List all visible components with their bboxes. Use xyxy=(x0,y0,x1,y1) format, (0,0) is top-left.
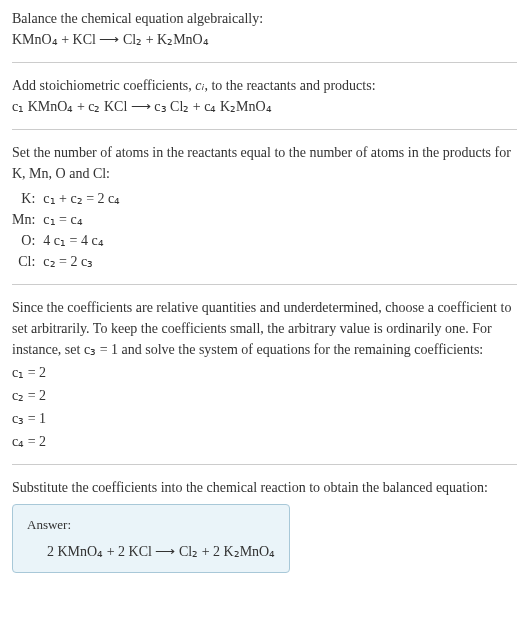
atom-label: Mn: xyxy=(12,209,43,230)
atom-label: O: xyxy=(12,230,43,251)
section-solve: Since the coefficients are relative quan… xyxy=(12,297,517,452)
section-substitute: Substitute the coefficients into the che… xyxy=(12,477,517,573)
atom-equation: 4 c₁ = 4 c₄ xyxy=(43,230,120,251)
coefficient-list: c₁ = 2 c₂ = 2 c₃ = 1 c₄ = 2 xyxy=(12,362,517,452)
instruction-solve: Since the coefficients are relative quan… xyxy=(12,297,517,360)
atom-eq-row: O: 4 c₁ = 4 c₄ xyxy=(12,230,120,251)
balanced-equation: 2 KMnO₄ + 2 KCl ⟶ Cl₂ + 2 K₂MnO₄ xyxy=(27,541,275,562)
divider xyxy=(12,464,517,465)
answer-label: Answer: xyxy=(27,515,275,535)
section-problem: Balance the chemical equation algebraica… xyxy=(12,8,517,50)
answer-box: Answer: 2 KMnO₄ + 2 KCl ⟶ Cl₂ + 2 K₂MnO₄ xyxy=(12,504,290,573)
instruction-substitute: Substitute the coefficients into the che… xyxy=(12,477,517,498)
atom-eq-row: Mn: c₁ = c₄ xyxy=(12,209,120,230)
instruction-add-coeffs: Add stoichiometric coefficients, cᵢ, to … xyxy=(12,75,517,96)
divider xyxy=(12,62,517,63)
divider xyxy=(12,284,517,285)
atom-label: Cl: xyxy=(12,251,43,272)
coef-value: c₁ = 2 xyxy=(12,362,517,383)
atom-equation: c₁ + c₂ = 2 c₄ xyxy=(43,188,120,209)
coef-value: c₂ = 2 xyxy=(12,385,517,406)
atom-eq-row: Cl: c₂ = 2 c₃ xyxy=(12,251,120,272)
instruction-set-atoms: Set the number of atoms in the reactants… xyxy=(12,142,517,184)
atom-label: K: xyxy=(12,188,43,209)
atom-equation: c₁ = c₄ xyxy=(43,209,120,230)
equation-with-coeffs: c₁ KMnO₄ + c₂ KCl ⟶ c₃ Cl₂ + c₄ K₂MnO₄ xyxy=(12,96,517,117)
section-atom-balance: Set the number of atoms in the reactants… xyxy=(12,142,517,272)
coef-value: c₃ = 1 xyxy=(12,408,517,429)
divider xyxy=(12,129,517,130)
instruction-balance: Balance the chemical equation algebraica… xyxy=(12,8,517,29)
equation-unbalanced: KMnO₄ + KCl ⟶ Cl₂ + K₂MnO₄ xyxy=(12,29,517,50)
coef-value: c₄ = 2 xyxy=(12,431,517,452)
atom-equations-table: K: c₁ + c₂ = 2 c₄ Mn: c₁ = c₄ O: 4 c₁ = … xyxy=(12,188,120,272)
atom-equation: c₂ = 2 c₃ xyxy=(43,251,120,272)
atom-eq-row: K: c₁ + c₂ = 2 c₄ xyxy=(12,188,120,209)
section-stoichiometric: Add stoichiometric coefficients, cᵢ, to … xyxy=(12,75,517,117)
